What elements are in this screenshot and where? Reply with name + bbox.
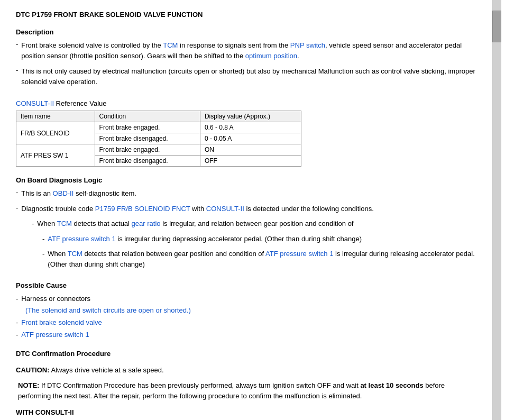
col-header-condition: Condition (95, 111, 200, 122)
diagnosis-sub-text-1: When TCM detects that actual gear ratio … (37, 218, 353, 229)
cause-text-harness: Harness or connectors (21, 294, 90, 304)
diagnosis-sub-3: - When TCM detects that relation between… (42, 249, 476, 272)
condition-frb-1: Front brake engaged. (95, 122, 200, 133)
caution-text: Always drive vehicle at a safe speed. (50, 366, 164, 374)
note-prefix: NOTE: (18, 381, 39, 389)
value-frb-2: 0 - 0.05 A (200, 133, 301, 144)
scrollbar[interactable] (492, 0, 501, 420)
item-frb-solenoid: FR/B SOLENOID (16, 122, 95, 144)
dtc-confirm-section: DTC Confirmation Procedure (16, 350, 476, 358)
diagnosis-item-2: - Diagnostic trouble code P1759 FR/B SOL… (16, 204, 476, 217)
with-consult-heading: WITH CONSULT-II (16, 408, 476, 416)
cause-text-brake-solenoid: Front brake solenoid valve (21, 317, 102, 328)
value-frb-1: 0.6 - 0.8 A (200, 122, 301, 133)
diagnosis-sub-2: - ATF pressure switch 1 is irregular dur… (42, 234, 476, 247)
table-row: ATF PRES SW 1 Front brake engaged. ON (16, 144, 301, 156)
col-header-display: Display value (Approx.) (200, 111, 301, 122)
item-atf-pres: ATF PRES SW 1 (16, 144, 95, 167)
page-wrapper: DTC P1759 FRONT BRAKE SOLENOID VALVE FUN… (0, 0, 505, 420)
content-area: DTC P1759 FRONT BRAKE SOLENOID VALVE FUN… (0, 0, 492, 420)
description-text-1: Front brake solenoid valve is controlled… (21, 40, 476, 61)
dash-1: - (16, 40, 18, 48)
description-section: Description - Front brake solenoid valve… (16, 28, 476, 90)
description-text-2: This is not only caused by electrical ma… (21, 66, 476, 87)
reference-table: Item name Condition Display value (Appro… (16, 111, 301, 167)
note-bold-text: at least 10 seconds (360, 381, 423, 389)
diagnosis-sub-text-3: When TCM detects that relation between g… (48, 249, 476, 269)
cause-text-atf: ATF pressure switch 1 (21, 330, 89, 340)
col-header-item: Item name (16, 111, 95, 122)
page-title: DTC P1759 FRONT BRAKE SOLENOID VALVE FUN… (16, 11, 476, 19)
possible-cause-section: Possible Cause - Harness or connectors (… (16, 281, 476, 340)
value-atf-2: OFF (200, 156, 301, 167)
condition-frb-2: Front brake disengaged. (95, 133, 200, 144)
caution-block: CAUTION: Always drive vehicle at a safe … (16, 365, 476, 376)
consult-ref-header: CONSULT-II Reference Value (16, 99, 476, 107)
note-block: NOTE: If DTC Confirmation Procedure has … (16, 380, 476, 401)
possible-cause-heading: Possible Cause (16, 281, 476, 289)
diagnosis-text-2: Diagnostic trouble code P1759 FR/B SOLEN… (21, 204, 373, 214)
diagnosis-text-1: This is an OBD-II self-diagnostic item. (21, 188, 136, 199)
note-text-1: If DTC Confirmation Procedure has been p… (39, 381, 360, 389)
consult-link[interactable]: CONSULT-II (16, 99, 54, 107)
caution-prefix: CAUTION: (16, 366, 50, 374)
diagnosis-item-1: - This is an OBD-II self-diagnostic item… (16, 188, 476, 202)
diagnosis-heading: On Board Diagnosis Logic (16, 176, 476, 184)
cause-item-3: - ATF pressure switch 1 (16, 330, 476, 340)
diagnosis-section: On Board Diagnosis Logic - This is an OB… (16, 176, 476, 272)
description-line-2: - This is not only caused by electrical … (16, 66, 476, 90)
dash-2: - (16, 66, 18, 74)
description-heading: Description (16, 28, 476, 36)
description-line-1: - Front brake solenoid valve is controll… (16, 40, 476, 64)
table-row: FR/B SOLENOID Front brake engaged. 0.6 -… (16, 122, 301, 133)
condition-atf-1: Front brake engaged. (95, 144, 200, 156)
cause-item-1: - Harness or connectors (16, 294, 476, 304)
diagnosis-sub-text-2: ATF pressure switch 1 is irregular durin… (48, 234, 362, 244)
with-consult-label: WITH CONSULT-II (16, 408, 74, 416)
cause-note-harness: (The solenoid and switch circuits are op… (25, 306, 476, 314)
diagnosis-sub-1: - When TCM detects that actual gear rati… (32, 218, 476, 232)
cause-item-2: - Front brake solenoid valve (16, 317, 476, 328)
dtc-confirm-heading: DTC Confirmation Procedure (16, 350, 476, 358)
scrollbar-thumb[interactable] (492, 11, 501, 42)
value-atf-1: ON (200, 144, 301, 156)
ref-label: Reference Value (54, 99, 107, 107)
condition-atf-2: Front brake disengaged. (95, 156, 200, 167)
consult-reference-section: CONSULT-II Reference Value Item name Con… (16, 99, 476, 167)
